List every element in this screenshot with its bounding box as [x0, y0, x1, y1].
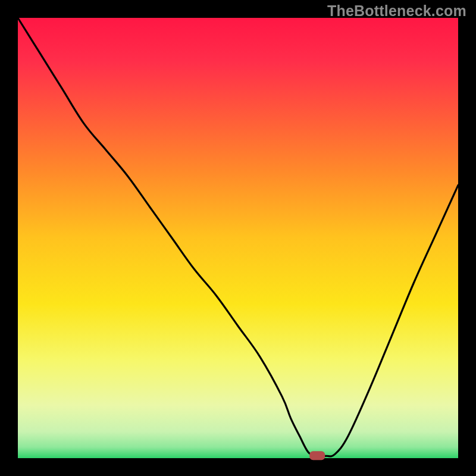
watermark-text: TheBottleneck.com	[327, 2, 466, 20]
chart-frame: { "watermark": "TheBottleneck.com", "cha…	[0, 0, 476, 476]
optimal-marker	[309, 451, 325, 460]
gradient-background	[18, 18, 458, 458]
bottleneck-chart	[0, 0, 476, 476]
